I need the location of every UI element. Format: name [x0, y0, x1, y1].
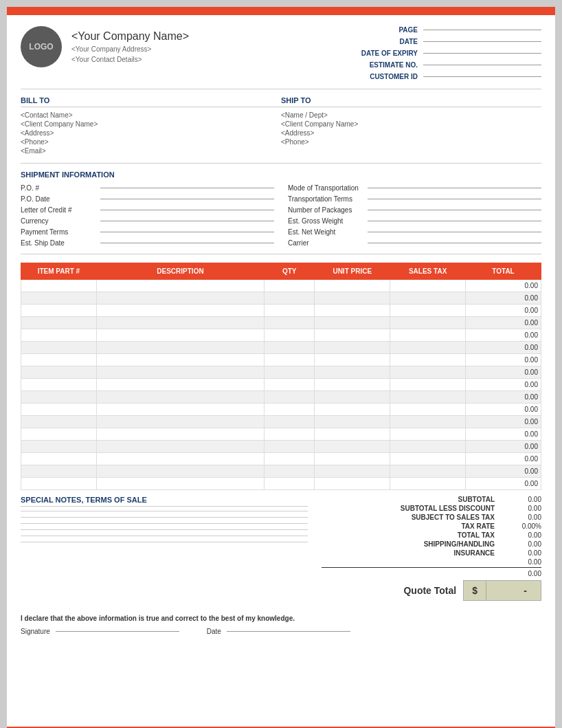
table-cell	[390, 478, 466, 490]
table-cell	[390, 317, 466, 329]
table-row: 0.00	[21, 404, 541, 416]
totals-value: 0.00	[500, 505, 541, 512]
totals-row: SUBJECT TO SALES TAX0.00	[322, 514, 541, 521]
table-cell	[265, 428, 315, 441]
table-cell: 0.00	[466, 366, 541, 379]
table-cell: 0.00	[466, 478, 541, 490]
totals-label: INSURANCE	[378, 549, 495, 557]
table-cell	[315, 453, 390, 465]
company-name: <Your Company Name>	[71, 30, 189, 43]
meta-label: DATE OF EXPIRY	[349, 49, 418, 57]
table-cell	[390, 453, 466, 465]
shipment-field-label: Currency	[21, 217, 96, 225]
table-row: 0.00	[21, 366, 541, 379]
shipment-col-left: P.O. #P.O. DateLetter of Credit #Currenc…	[21, 184, 274, 247]
company-contact: <Your Contact Details>	[71, 56, 189, 63]
table-cell	[96, 453, 264, 465]
table-cell	[96, 342, 264, 354]
shipment-field-label: Est. Gross Weight	[288, 217, 363, 225]
table-cell	[96, 280, 264, 292]
meta-label: PAGE	[349, 26, 418, 34]
table-row: 0.00	[21, 342, 541, 354]
bill-to-line: <Client Company Name>	[21, 120, 281, 128]
table-cell	[21, 379, 97, 391]
ship-to-line: <Address>	[281, 129, 541, 137]
table-cell: 0.00	[466, 441, 541, 453]
ship-to-line: <Phone>	[281, 138, 541, 146]
table-cell	[265, 465, 315, 478]
shipment-field-row: Payment Terms	[21, 228, 274, 236]
shipment-field-row: P.O. Date	[21, 195, 274, 203]
table-cell: 0.00	[466, 465, 541, 478]
notes-line	[21, 542, 308, 542]
table-cell	[265, 354, 315, 366]
table-cell	[265, 305, 315, 317]
table-cell	[315, 379, 390, 391]
table-cell	[96, 354, 264, 366]
notes-lines	[21, 511, 308, 544]
shipment-field-row: Mode of Transportation	[288, 184, 541, 192]
table-row: 0.00	[21, 379, 541, 391]
totals-row: SHIPPING/HANDLING0.00	[322, 540, 541, 548]
table-cell	[315, 317, 390, 329]
shipment-section: SHIPMENT INFORMATION P.O. #P.O. DateLett…	[21, 164, 541, 254]
quote-total-label: Quote Total	[403, 585, 463, 596]
table-cell	[390, 416, 466, 428]
shipment-field-label: Number of Packages	[288, 206, 363, 214]
table-row: 0.00	[21, 441, 541, 453]
date-label: Date	[207, 628, 221, 635]
totals-section: SUBTOTAL0.00SUBTOTAL LESS DISCOUNT0.00SU…	[322, 496, 541, 601]
top-bar	[7, 7, 555, 15]
table-cell	[315, 366, 390, 379]
shipment-field-row: P.O. #	[21, 184, 274, 192]
company-info: LOGO <Your Company Name> <Your Company A…	[21, 26, 189, 67]
table-cell	[21, 478, 97, 490]
totals-value: 0.00	[500, 514, 541, 521]
table-cell	[96, 441, 264, 453]
table-cell	[315, 391, 390, 404]
table-cell	[390, 465, 466, 478]
totals-row: INSURANCE0.00	[322, 549, 541, 557]
table-header-cell: SALES TAX	[390, 263, 466, 280]
table-cell	[265, 280, 315, 292]
shipment-field-line	[368, 188, 541, 188]
table-cell	[390, 305, 466, 317]
table-cell	[390, 391, 466, 404]
totals-label: TAX RATE	[378, 522, 495, 530]
table-cell	[315, 441, 390, 453]
bill-to-line: <Email>	[21, 147, 281, 155]
table-cell: 0.00	[466, 292, 541, 305]
shipment-field-line	[100, 232, 274, 232]
table-header-cell: UNIT PRICE	[315, 263, 390, 280]
bottom-section: SPECIAL NOTES, TERMS OF SALE SUBTOTAL0.0…	[21, 496, 541, 601]
shipment-field-label: Est. Ship Date	[21, 239, 96, 247]
shipment-field-row: Est. Net Weight	[288, 228, 541, 236]
table-cell: 0.00	[466, 453, 541, 465]
shipment-field-label: Carrier	[288, 239, 363, 247]
shipment-field-row: Transportation Terms	[288, 195, 541, 203]
table-cell	[21, 317, 97, 329]
table-cell	[21, 354, 97, 366]
shipment-field-row: Carrier	[288, 239, 541, 247]
table-cell	[265, 404, 315, 416]
date-item: Date	[207, 628, 350, 635]
table-cell	[96, 305, 264, 317]
totals-value: 0.00%	[500, 522, 541, 530]
totals-row: TOTAL TAX0.00	[322, 531, 541, 539]
quote-total-value: -	[486, 580, 541, 601]
table-cell	[96, 391, 264, 404]
ship-to-title: SHIP TO	[281, 96, 541, 107]
table-cell	[315, 305, 390, 317]
table-row: 0.00	[21, 428, 541, 441]
table-cell	[390, 342, 466, 354]
table-row: 0.00	[21, 416, 541, 428]
table-cell	[21, 428, 97, 441]
table-cell	[265, 292, 315, 305]
totals-value: 0.00	[500, 570, 541, 577]
meta-row: ESTIMATE NO.	[349, 61, 541, 69]
meta-line	[423, 53, 541, 54]
table-cell	[21, 453, 97, 465]
table-row: 0.00	[21, 305, 541, 317]
table-header-cell: ITEM PART #	[21, 263, 97, 280]
table-cell	[96, 404, 264, 416]
